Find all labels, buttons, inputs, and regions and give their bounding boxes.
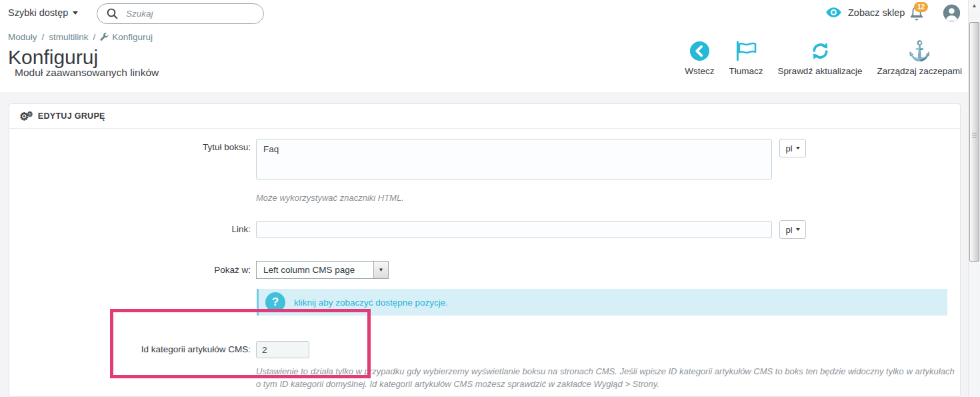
check-updates-label: Sprawdź aktualizacje (778, 66, 863, 76)
anchor-icon: ⚓ (907, 40, 931, 61)
link-input[interactable] (256, 221, 772, 238)
scrollbar-thumb[interactable] (969, 22, 979, 262)
breadcrumb-separator: / (42, 32, 45, 42)
view-shop-link[interactable]: Zobacz sklep (825, 7, 905, 18)
eye-icon (825, 7, 842, 18)
info-alert-link[interactable]: kliknij aby zobaczyć dostępne pozycje. (294, 298, 448, 308)
edit-group-panel: ⚙⚙ EDYTUJ GRUPĘ Tytuł boksu: Faq pl Może… (9, 103, 961, 397)
breadcrumb-moduly[interactable]: Moduły (8, 32, 37, 42)
lang-label: pl (785, 143, 792, 153)
search-icon (107, 8, 118, 19)
view-shop-label: Zobacz sklep (848, 7, 905, 18)
panel-title: EDYTUJ GRUPĘ (38, 111, 105, 121)
admin-screen: Szybki dostęp Zobacz sklep 12 Moduły (0, 0, 980, 397)
header: Szybki dostęp Zobacz sklep 12 Moduły (0, 0, 968, 92)
chevron-down-icon (73, 11, 78, 15)
panel-header: ⚙⚙ EDYTUJ GRUPĘ (9, 104, 960, 129)
header-toolbar: Wstecz Tłumacz Sprawdź aktualizacje ⚓ Za… (685, 40, 962, 76)
link-label: Link: (9, 224, 251, 234)
chevron-down-icon: ▼ (379, 267, 384, 273)
check-updates-button[interactable]: Sprawdź aktualizacje (778, 40, 863, 76)
cms-category-label: Id kategorii artykułów CMS: (9, 344, 251, 354)
flag-icon (734, 40, 758, 61)
cms-category-input[interactable] (256, 341, 309, 358)
scrollbar-grip (972, 133, 977, 138)
back-label: Wstecz (685, 66, 714, 76)
avatar[interactable] (943, 4, 961, 22)
quick-access-label: Szybki dostęp (8, 7, 68, 18)
notification-badge: 12 (914, 2, 928, 12)
question-icon: ? (265, 292, 285, 312)
search-input[interactable] (126, 9, 255, 19)
link-lang-dropdown[interactable]: pl (779, 220, 806, 239)
quick-access-dropdown[interactable]: Szybki dostęp (8, 7, 78, 18)
show-in-selected-value: Left column CMS page (257, 265, 373, 275)
refresh-icon (810, 40, 831, 61)
show-in-label: Pokaż w: (9, 265, 251, 275)
vertical-scrollbar[interactable]: ▲ (968, 0, 980, 397)
manage-hooks-button[interactable]: ⚓ Zarządzaj zaczepami (877, 40, 962, 76)
translate-button[interactable]: Tłumacz (729, 40, 763, 76)
select-arrow-button[interactable]: ▼ (373, 262, 388, 278)
box-title-lang-dropdown[interactable]: pl (779, 139, 806, 157)
scrollbar-up-arrow[interactable]: ▲ (969, 0, 980, 11)
lang-label: pl (785, 225, 792, 235)
breadcrumb-separator: / (93, 32, 96, 42)
back-icon (689, 40, 710, 61)
page-subtitle: Moduł zaawansowanych linków (15, 67, 159, 79)
breadcrumb: Moduły / stmultilink / Konfiguruj (8, 32, 153, 42)
search-bar[interactable] (97, 3, 264, 24)
wrench-icon (100, 33, 109, 41)
info-alert: ? kliknij aby zobaczyć dostępne pozycje. (257, 289, 947, 316)
gears-icon: ⚙⚙ (19, 111, 33, 122)
box-title-textarea[interactable]: Faq (256, 139, 772, 179)
chevron-down-icon (796, 147, 800, 149)
box-title-label: Tytuł boksu: (9, 142, 251, 152)
box-title-help: Może wykorzystywać znaczniki HTML. (256, 191, 404, 204)
cms-category-help: Ustawienie to działa tylko w przypadku g… (256, 365, 959, 390)
breadcrumb-current: Konfiguruj (112, 32, 153, 42)
back-button[interactable]: Wstecz (685, 40, 714, 76)
show-in-select[interactable]: Left column CMS page ▼ (256, 261, 389, 279)
chevron-down-icon (796, 228, 800, 231)
notifications-button[interactable]: 12 (909, 5, 929, 23)
page-title: Konfiguruj (8, 47, 98, 68)
manage-hooks-label: Zarządzaj zaczepami (877, 66, 962, 76)
breadcrumb-stmultilink[interactable]: stmultilink (49, 32, 88, 42)
translate-label: Tłumacz (729, 66, 763, 76)
